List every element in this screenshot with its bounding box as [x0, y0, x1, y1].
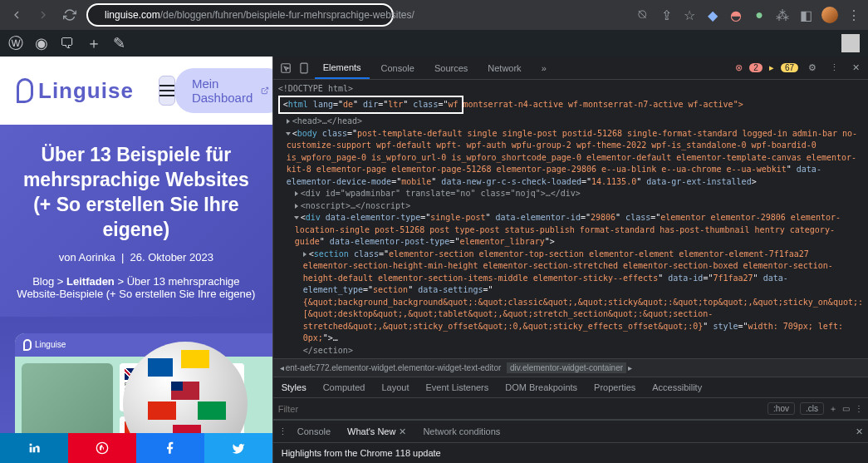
bookmark-icon[interactable]: ☆ — [682, 7, 697, 22]
wp-user-avatar[interactable] — [841, 34, 860, 52]
devtools-drawer: ⋮ Console What's New ✕ Network condition… — [273, 420, 868, 463]
external-link-icon — [261, 85, 269, 96]
close-icon[interactable]: ✕ — [399, 426, 406, 437]
cls-toggle[interactable]: .cls — [800, 402, 824, 415]
dashboard-icon[interactable]: ◉ — [35, 34, 48, 52]
reload-button[interactable] — [60, 5, 80, 25]
page-viewport: Linguise Mein Dashboard Über 13 Beispiel… — [0, 57, 272, 463]
more-icon[interactable]: ⋮ — [855, 404, 863, 413]
share-linkedin[interactable] — [0, 433, 68, 463]
breadcrumb-blog[interactable]: Blog — [32, 275, 54, 288]
hov-toggle[interactable]: :hov — [767, 402, 795, 415]
share-twitter[interactable] — [204, 433, 272, 463]
forward-button[interactable] — [33, 5, 53, 25]
profile-avatar[interactable] — [821, 7, 838, 23]
menu-icon[interactable]: ⋮ — [846, 7, 861, 22]
drawer-close-icon[interactable]: ✕ — [856, 426, 863, 437]
styles-filter-input[interactable] — [278, 404, 767, 414]
extensions-icon[interactable]: ⁂ — [775, 7, 790, 22]
hero-section: Über 13 Beispiele für mehrsprachige Webs… — [0, 125, 272, 317]
drawer-content: Highlights from the Chrome 118 update — [273, 442, 868, 463]
ext-icon-1[interactable]: ◆ — [705, 7, 720, 22]
share-icon[interactable]: ⇪ — [659, 7, 674, 22]
drawer-tab-network[interactable]: Network conditions — [416, 426, 507, 436]
tab-listeners[interactable]: Event Listeners — [417, 377, 497, 397]
page-title: Über 13 Beispiele für mehrsprachige Webs… — [17, 143, 256, 243]
tab-styles[interactable]: Styles — [273, 377, 315, 397]
tab-layout[interactable]: Layout — [373, 377, 417, 397]
breadcrumb-guide[interactable]: Leitfaden — [66, 275, 115, 288]
drawer-tab-console[interactable]: Console — [291, 426, 337, 436]
wp-logo-icon[interactable]: ⓦ — [8, 33, 23, 53]
browser-toolbar: linguise.com/de/bloggen/fuhren/beispiele… — [0, 0, 868, 30]
dashboard-button[interactable]: Mein Dashboard — [175, 68, 272, 113]
comments-icon[interactable]: 🗨 — [60, 35, 75, 52]
add-rule-icon[interactable]: ＋ — [829, 403, 837, 415]
add-icon[interactable]: ＋ — [86, 33, 101, 53]
site-header: Linguise Mein Dashboard — [0, 57, 272, 125]
translate-icon[interactable]: ⦰ — [635, 7, 650, 22]
devtools-panel: Elements Console Sources Network » ⊗2 ▸6… — [272, 57, 868, 463]
styles-tabs: Styles Computed Layout Event Listeners D… — [273, 377, 868, 398]
computed-icon[interactable]: ▭ — [842, 404, 850, 413]
post-meta: von Aorinka | 26. Oktober 2023 — [17, 251, 256, 264]
back-button[interactable] — [7, 5, 27, 25]
ext-icon-2[interactable]: ◓ — [728, 7, 743, 22]
html-element-highlight: <html lang="de" dir="ltr" class="wf — [278, 96, 463, 115]
tab-dombreakpoints[interactable]: DOM Breakpoints — [497, 377, 586, 397]
svg-rect-2 — [301, 63, 307, 73]
tab-network[interactable]: Network — [479, 57, 529, 79]
tab-elements[interactable]: Elements — [315, 57, 370, 79]
tab-accessibility[interactable]: Accessibility — [644, 377, 710, 397]
drawer-tab-whatsnew[interactable]: What's New ✕ — [341, 426, 413, 437]
logo-text: Linguise — [38, 78, 134, 104]
devtools-tabs: Elements Console Sources Network » ⊗2 ▸6… — [273, 57, 868, 80]
dock-menu-icon[interactable]: ⋮ — [826, 61, 841, 76]
elements-breadcrumb[interactable]: ◂ ent-aefc772.elementor-widget.elementor… — [273, 358, 868, 377]
url-text: linguise.com/de/bloggen/fuhren/beispiele… — [105, 9, 414, 21]
device-icon[interactable] — [297, 61, 311, 76]
share-pinterest[interactable] — [68, 433, 136, 463]
elements-tree[interactable]: <!DOCTYPE html> <html lang="de" dir="ltr… — [273, 80, 868, 358]
tab-computed[interactable]: Computed — [315, 377, 374, 397]
wp-admin-bar: ⓦ ◉ 🗨 ＋ ✎ — [0, 30, 868, 57]
address-bar[interactable]: linguise.com/de/bloggen/fuhren/beispiele… — [86, 3, 394, 27]
settings-icon[interactable]: ⚙ — [805, 61, 820, 76]
site-logo[interactable]: Linguise — [17, 78, 134, 104]
ext-icon-3[interactable]: ● — [752, 7, 767, 22]
dashboard-label: Mein Dashboard — [192, 76, 257, 105]
breadcrumb: Blog > Leitfaden > Über 13 mehrsprachige… — [17, 275, 256, 300]
tab-more[interactable]: » — [533, 57, 555, 79]
tab-sources[interactable]: Sources — [426, 57, 476, 79]
inspect-icon[interactable] — [278, 61, 293, 76]
close-devtools-icon[interactable]: ✕ — [848, 61, 863, 76]
styles-filter-bar: :hov .cls ＋ ▭ ⋮ — [273, 398, 868, 420]
tab-console[interactable]: Console — [373, 57, 423, 79]
share-facebook[interactable] — [136, 433, 204, 463]
warning-count[interactable]: 67 — [781, 63, 798, 72]
error-count[interactable]: 2 — [749, 63, 763, 72]
logo-icon — [17, 78, 33, 103]
edit-icon[interactable]: ✎ — [113, 34, 125, 52]
menu-toggle[interactable] — [159, 76, 175, 106]
tab-properties[interactable]: Properties — [586, 377, 644, 397]
sidepanel-icon[interactable]: ◧ — [798, 7, 813, 22]
svg-point-0 — [96, 442, 107, 453]
social-share-bar — [0, 433, 272, 463]
